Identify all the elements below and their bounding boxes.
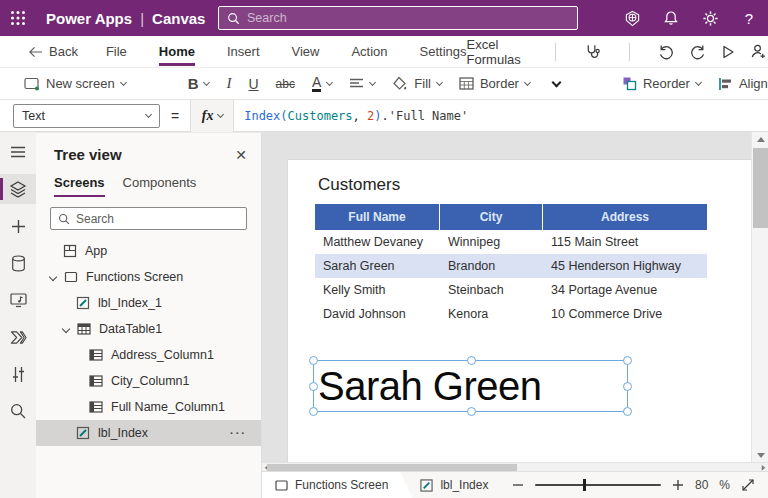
scroll-right-icon[interactable] bbox=[760, 464, 766, 470]
scroll-up-icon[interactable] bbox=[752, 132, 768, 146]
global-search-input[interactable] bbox=[247, 11, 569, 25]
align-label: Align bbox=[739, 76, 768, 91]
zoom-slider-handle[interactable] bbox=[583, 479, 586, 491]
horizontal-scrollbar[interactable] bbox=[262, 462, 768, 471]
chevron-expand-icon[interactable] bbox=[49, 273, 57, 281]
horizontal-scrollbar-thumb[interactable] bbox=[267, 464, 517, 471]
more-options-icon[interactable]: ··· bbox=[230, 427, 247, 439]
scroll-down-icon[interactable] bbox=[752, 448, 768, 462]
resize-handle[interactable] bbox=[623, 382, 632, 391]
tree-item-full-name-column1[interactable]: Full Name_Column1 bbox=[36, 394, 261, 420]
settings-gear-icon[interactable] bbox=[701, 9, 719, 27]
resize-handle[interactable] bbox=[623, 356, 632, 365]
menu-item-action[interactable]: Action bbox=[351, 38, 387, 66]
reorder-button[interactable]: Reorder bbox=[622, 76, 701, 91]
resize-handle[interactable] bbox=[467, 407, 476, 416]
menu-item-settings[interactable]: Settings bbox=[420, 38, 467, 66]
advanced-tools-sliders-icon[interactable] bbox=[0, 359, 36, 389]
strikethrough-button[interactable]: abc bbox=[276, 77, 295, 91]
help-icon[interactable]: ? bbox=[740, 9, 758, 27]
formula-input[interactable]: Index(Customers, 2).'Full Name' bbox=[234, 109, 768, 123]
tree-item-functions-screen[interactable]: Functions Screen bbox=[36, 264, 261, 290]
fit-to-window-icon[interactable] bbox=[741, 478, 755, 492]
selected-label-control[interactable]: Sarah Green bbox=[313, 360, 628, 412]
global-search-box[interactable] bbox=[218, 6, 578, 30]
data-sources-icon[interactable] bbox=[0, 248, 36, 278]
table-header-city[interactable]: City bbox=[440, 204, 543, 230]
vertical-scrollbar[interactable] bbox=[751, 132, 768, 462]
app-checker-stethoscope-icon[interactable] bbox=[584, 43, 601, 61]
text-align-button[interactable] bbox=[349, 78, 375, 90]
close-icon[interactable]: ✕ bbox=[235, 147, 247, 163]
tree-view-tab-components[interactable]: Components bbox=[123, 175, 197, 197]
menu-item-view[interactable]: View bbox=[292, 38, 320, 66]
tree-search-input[interactable] bbox=[76, 212, 239, 226]
tree-item-label: Functions Screen bbox=[86, 270, 183, 284]
fx-button[interactable]: fx bbox=[190, 100, 234, 132]
font-color-button[interactable]: A bbox=[312, 75, 332, 92]
formula-token: , bbox=[353, 109, 360, 123]
menu-item-file[interactable]: File bbox=[106, 38, 127, 66]
zoom-in-plus-icon[interactable] bbox=[672, 479, 684, 491]
back-button[interactable]: Back bbox=[28, 44, 78, 59]
zoom-out-minus-icon[interactable] bbox=[512, 479, 524, 491]
zoom-slider[interactable] bbox=[535, 484, 661, 486]
zoom-percent-unit: % bbox=[719, 478, 730, 492]
resize-handle[interactable] bbox=[309, 356, 318, 365]
tree-item-lbl-index-1[interactable]: lbl_Index_1 bbox=[36, 290, 261, 316]
fill-button[interactable]: Fill bbox=[392, 76, 442, 91]
undo-icon[interactable] bbox=[658, 43, 675, 61]
table-header-full-name[interactable]: Full Name bbox=[315, 204, 440, 230]
table-row[interactable]: Sarah GreenBrandon45 Henderson Highway bbox=[315, 254, 707, 278]
vertical-scrollbar-thumb[interactable] bbox=[753, 148, 768, 228]
resize-handle[interactable] bbox=[467, 356, 476, 365]
tree-search-box[interactable] bbox=[50, 207, 247, 230]
search-icon[interactable] bbox=[0, 396, 36, 426]
tree-view-tab-screens[interactable]: Screens bbox=[54, 175, 105, 197]
data-table-header-row: Full NameCityAddress bbox=[315, 204, 707, 230]
align-button[interactable]: Align bbox=[718, 76, 768, 91]
notifications-bell-icon[interactable] bbox=[662, 9, 680, 27]
menu-item-home[interactable]: Home bbox=[159, 38, 195, 66]
tree-item-label: lbl_Index_1 bbox=[98, 296, 162, 310]
new-screen-button[interactable]: New screen bbox=[24, 76, 126, 91]
table-header-address[interactable]: Address bbox=[543, 204, 707, 230]
italic-button[interactable]: I bbox=[226, 75, 231, 92]
chevron-expand-icon[interactable] bbox=[62, 325, 70, 333]
border-button[interactable]: Border bbox=[459, 76, 530, 91]
property-selector-dropdown[interactable]: Text bbox=[13, 104, 160, 128]
tree-item-datatable1[interactable]: DataTable1 bbox=[36, 316, 261, 342]
menu-divider bbox=[629, 43, 630, 61]
statusbar-screen-breadcrumb[interactable]: Functions Screen bbox=[262, 472, 412, 498]
power-automate-icon[interactable] bbox=[0, 322, 36, 352]
hamburger-menu-icon[interactable] bbox=[0, 137, 36, 167]
more-formatting-button[interactable] bbox=[553, 82, 560, 86]
chevron-down-icon bbox=[524, 78, 531, 85]
menu-item-insert[interactable]: Insert bbox=[227, 38, 260, 66]
media-icon[interactable] bbox=[0, 285, 36, 315]
table-cell: 45 Henderson Highway bbox=[543, 259, 707, 273]
tree-item-lbl-index[interactable]: lbl_Index··· bbox=[36, 420, 261, 446]
table-row[interactable]: Matthew DevaneyWinnipeg115 Main Street bbox=[315, 230, 707, 254]
tree-item-city-column1[interactable]: City_Column1 bbox=[36, 368, 261, 394]
table-row[interactable]: Kelly SmithSteinbach34 Portage Avenue bbox=[315, 278, 707, 302]
tree-item-app[interactable]: App bbox=[36, 238, 261, 264]
app-launcher-waffle-icon[interactable] bbox=[0, 0, 36, 36]
bold-button[interactable]: B bbox=[188, 75, 210, 92]
share-person-add-icon[interactable] bbox=[750, 43, 767, 61]
statusbar-control-breadcrumb[interactable]: lbl_Index bbox=[420, 478, 488, 492]
underline-button[interactable]: U bbox=[248, 76, 258, 92]
resize-handle[interactable] bbox=[309, 382, 318, 391]
resize-handle[interactable] bbox=[309, 407, 318, 416]
insert-plus-icon[interactable] bbox=[0, 211, 36, 241]
data-table-control[interactable]: Full NameCityAddress Matthew DevaneyWinn… bbox=[315, 204, 707, 326]
environment-icon[interactable] bbox=[623, 9, 641, 27]
app-screen[interactable]: Customers Full NameCityAddress Matthew D… bbox=[288, 160, 751, 462]
play-preview-icon[interactable] bbox=[720, 43, 736, 61]
table-row[interactable]: David JohnsonKenora10 Commerce Drive bbox=[315, 302, 707, 326]
redo-icon[interactable] bbox=[689, 43, 706, 61]
resize-handle[interactable] bbox=[623, 407, 632, 416]
tree-view-layers-icon[interactable] bbox=[0, 174, 36, 204]
tree-item-address-column1[interactable]: Address_Column1 bbox=[36, 342, 261, 368]
app-title-divider: | bbox=[140, 10, 144, 27]
